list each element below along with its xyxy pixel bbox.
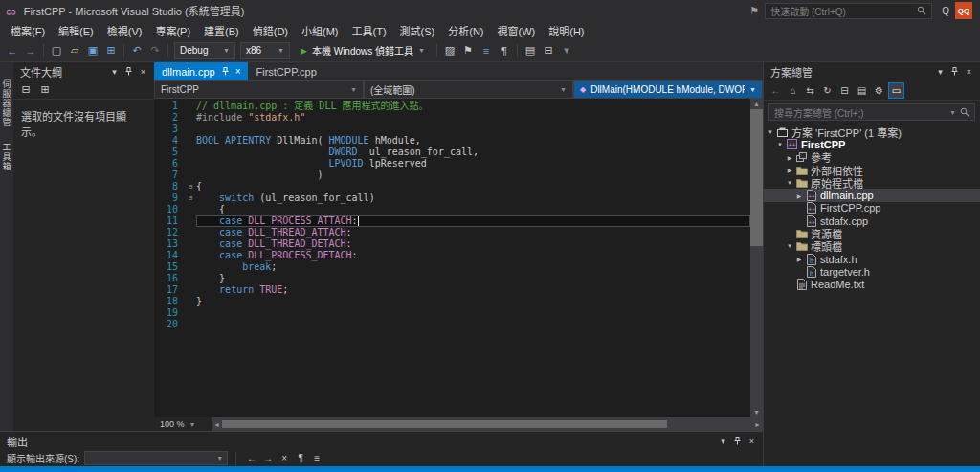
redo-icon[interactable]: ↷ (146, 42, 164, 59)
home-icon[interactable]: ⌂ (785, 82, 801, 99)
code-line-6[interactable]: 6 LPVOID lpReserved (154, 158, 750, 169)
previous-message-icon[interactable]: ← (244, 451, 259, 466)
code-line-13[interactable]: 13 case DLL_THREAD_DETACH: (154, 238, 750, 250)
menu-item-8[interactable]: 測試(S) (393, 21, 442, 40)
collapse-all-icon[interactable]: ⊟ (836, 82, 853, 99)
zoom-dropdown[interactable]: 100 % ▼ (154, 417, 212, 431)
code-line-9[interactable]: 9⊟ switch (ul_reason_for_call) (154, 192, 750, 204)
quick-launch-search[interactable]: 快速啟動 (Ctrl+Q) (765, 3, 932, 19)
scrollbar-thumb[interactable] (222, 420, 667, 428)
horizontal-scrollbar[interactable]: ◄ ► (212, 417, 763, 431)
tab-firstcpp-cpp[interactable]: FirstCPP.cpp (248, 62, 323, 80)
tree-item--[interactable]: ▼標頭檔 (764, 240, 980, 253)
switch-views-icon[interactable]: ⇆ (802, 82, 818, 99)
scrollbar-thumb[interactable] (750, 109, 763, 246)
member-dropdown[interactable]: ◆ DllMain(HMODULE hModule, DWORD ul_rea … (573, 80, 763, 99)
scroll-down-icon[interactable]: ▼ (753, 407, 760, 417)
find-in-files-icon[interactable]: ▨ (441, 42, 458, 59)
menu-item-3[interactable]: 專案(P) (148, 21, 197, 40)
menu-item-1[interactable]: 編輯(E) (52, 21, 100, 40)
menu-item-11[interactable]: 說明(H) (542, 21, 590, 40)
preview-selected-items-icon[interactable]: ▭ (888, 82, 904, 99)
tree-item--[interactable]: ▼原始程式檔 (764, 176, 980, 189)
comment-lines-icon[interactable]: ≡ (478, 42, 495, 59)
code-line-7[interactable]: 7 ) (154, 169, 750, 181)
menu-item-2[interactable]: 檢視(V) (100, 21, 149, 40)
menu-item-9[interactable]: 分析(N) (441, 21, 490, 40)
code-line-1[interactable]: 1// dllmain.cpp : 定義 DLL 應用程式的進入點。 (154, 101, 750, 112)
show-all-files-icon[interactable]: ▤ (854, 82, 870, 99)
collapse-all-icon[interactable]: ⊟ (17, 81, 34, 99)
collapsed-chevron-icon[interactable]: ▶ (785, 167, 794, 173)
scroll-up-icon[interactable]: ▲ (753, 99, 760, 109)
autohide-tab-toolbox[interactable]: 工具箱 (1, 143, 13, 171)
start-debugging-button[interactable]: ▶ 本機 Windows 偵錯工具 ▼ (295, 42, 431, 59)
code-line-12[interactable]: 12 case DLL_THREAD_ATTACH: (154, 227, 750, 238)
menu-item-4[interactable]: 建置(B) (197, 21, 246, 40)
tree-item--firstcpp-1-[interactable]: ▼方案 'FirstCPP' (1 專案) (764, 125, 980, 138)
navigate-back-icon[interactable]: ← (4, 42, 21, 59)
code-line-11[interactable]: 11 case DLL_PROCESS_ATTACH: (154, 215, 750, 227)
tree-item-targetver.h[interactable]: htargetver.h (764, 265, 980, 278)
tree-item-firstcpp.cpp[interactable]: ++FirstCPP.cpp (764, 202, 980, 214)
close-icon[interactable]: × (962, 64, 976, 79)
vertical-scrollbar[interactable]: ▲ ▼ (750, 99, 763, 417)
account-avatar[interactable]: QQ (955, 2, 972, 19)
toolbar-overflow-icon[interactable]: ▾ (558, 42, 575, 59)
expanded-chevron-icon[interactable]: ▼ (785, 243, 794, 249)
code-line-10[interactable]: 10 { (154, 204, 750, 215)
pin-icon[interactable] (947, 64, 962, 79)
code-line-17[interactable]: 17 return TRUE; (154, 284, 750, 296)
menu-item-6[interactable]: 小組(M) (295, 21, 345, 40)
tree-item--[interactable]: 資源檔 (764, 227, 980, 239)
save-all-icon[interactable]: ⊞ (102, 42, 120, 59)
code-line-8[interactable]: 8⊟{ (154, 181, 750, 192)
window-position-chevron-icon[interactable]: ▾ (716, 434, 730, 448)
properties-window-icon[interactable]: ⊟ (540, 42, 557, 59)
solution-explorer-search[interactable]: 搜尋方案總管 (Ctrl+;) ▼ (768, 103, 975, 121)
properties-icon[interactable]: ⚙ (871, 82, 887, 99)
new-file-icon[interactable]: ▢ (48, 42, 65, 59)
menu-item-7[interactable]: 工具(T) (345, 21, 393, 40)
expanded-chevron-icon[interactable]: ▼ (766, 129, 775, 135)
expand-all-icon[interactable]: ⊞ (36, 81, 54, 99)
sync-with-active-document-icon[interactable]: ↻ (819, 82, 835, 99)
next-message-icon[interactable]: → (260, 451, 276, 466)
menu-item-0[interactable]: 檔案(F) (4, 21, 52, 40)
collapsed-chevron-icon[interactable]: ▶ (794, 192, 804, 199)
open-file-icon[interactable]: ▱ (66, 42, 83, 59)
scroll-left-icon[interactable]: ◄ (213, 421, 220, 428)
toggle-autoscroll-icon[interactable]: ≡ (309, 451, 324, 466)
code-line-3[interactable]: 3 (154, 124, 750, 135)
autohide-tab-server-explorer[interactable]: 伺服器總管 (1, 79, 13, 127)
close-icon[interactable]: × (745, 434, 759, 448)
save-icon[interactable]: ▣ (84, 42, 101, 59)
scope-dropdown[interactable]: (全域範圍) ▼ (364, 80, 573, 99)
tree-item-readme.txt[interactable]: ReadMe.txt (764, 279, 980, 291)
expanded-chevron-icon[interactable]: ▼ (775, 142, 785, 147)
code-line-20[interactable]: 20 (154, 319, 750, 330)
formatting-icon[interactable]: ¶ (496, 42, 513, 59)
expanded-chevron-icon[interactable]: ▼ (785, 180, 794, 186)
menu-item-10[interactable]: 視窗(W) (491, 21, 543, 40)
collapsed-chevron-icon[interactable]: ▶ (794, 256, 804, 262)
window-position-chevron-icon[interactable]: ▾ (933, 64, 947, 79)
clear-all-icon[interactable]: × (277, 451, 292, 466)
close-icon[interactable]: × (136, 64, 150, 79)
tree-item-dllmain.cpp[interactable]: ▶++dllmain.cpp (764, 189, 980, 201)
collapsed-chevron-icon[interactable]: ▶ (785, 154, 794, 161)
word-wrap-icon[interactable]: ¶ (293, 451, 308, 466)
output-source-dropdown[interactable]: ▼ (84, 451, 228, 465)
fold-collapse-icon[interactable]: ⊟ (185, 192, 196, 204)
tab-dllmain-cpp[interactable]: dllmain.cpp × (154, 62, 248, 80)
solution-explorer-tool-icon[interactable]: ▤ (522, 42, 539, 59)
back-icon[interactable]: ← (768, 82, 784, 99)
navigate-forward-icon[interactable]: → (22, 42, 39, 59)
tree-item--[interactable]: ▶外部相依性 (764, 164, 980, 176)
tree-item--[interactable]: ▶參考 (764, 151, 980, 164)
tree-item-stdafx.h[interactable]: ▶hstdafx.h (764, 253, 980, 265)
code-line-2[interactable]: 2#include "stdafx.h" (154, 112, 750, 124)
code-line-19[interactable]: 19 (154, 307, 750, 319)
scroll-right-icon[interactable]: ► (754, 421, 761, 428)
close-icon[interactable]: × (235, 66, 241, 77)
